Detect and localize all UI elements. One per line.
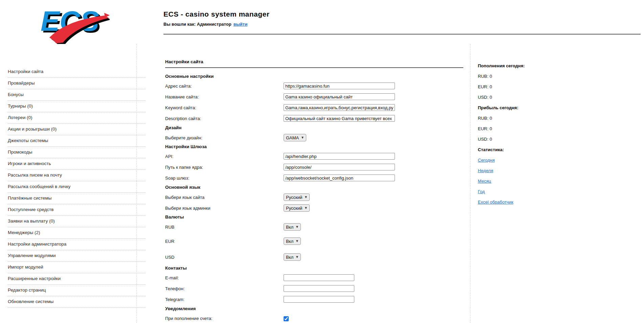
site-name-label: Название сайта: (165, 94, 284, 99)
stats-value: USD: 0 (478, 92, 623, 102)
sidebar-item[interactable]: Промокоды (8, 147, 146, 158)
section-heading: Дизайн (165, 125, 463, 131)
section-heading: Основные настройки (165, 73, 463, 79)
section-heading: Уведомления (165, 306, 463, 312)
telegram-input[interactable] (284, 296, 354, 303)
notify-on-deposit-row: При пополнение счета: (165, 315, 463, 322)
sidebar-item[interactable]: Управление модулями (8, 250, 146, 262)
currency-eur-label: EUR (165, 239, 284, 244)
stats-value: RUB: 0 (478, 113, 623, 123)
statistics-heading: Статистика: (478, 144, 623, 155)
core-folder-path-input[interactable] (284, 164, 395, 170)
sidebar-item[interactable]: Настройки сайта (8, 66, 146, 78)
sidebar-item[interactable]: Поступление средств (8, 204, 146, 216)
currency-rub-row: RUBВкл▼ (165, 223, 463, 231)
sidebar-item[interactable]: Игроки и активность (8, 158, 146, 170)
sidebar-item[interactable]: Импорт модулей (8, 262, 146, 273)
email-row: E-mail: (165, 274, 463, 281)
site-keywords-label: Keyword сайта: (165, 105, 284, 110)
sidebar-item[interactable]: Заявки на выплату (0) (8, 216, 146, 227)
logout-link[interactable]: выйти (234, 22, 247, 27)
main-settings-panel: Настройки сайта Основные настройкиАдрес … (136, 44, 470, 323)
sidebar-item[interactable]: Бонусы (8, 89, 146, 101)
email-label: E-mail: (165, 275, 284, 280)
soap-gateway-row: Soap шлюз: (165, 175, 463, 181)
sidebar-item[interactable]: Лотереи (0) (8, 112, 146, 124)
phone-label: Телефон: (165, 286, 284, 291)
design-row: Выберите дизайн:GAMA▼ (165, 134, 463, 141)
admin-language-label: Выбери язык админки (165, 206, 284, 211)
sidebar-item[interactable]: Расширенные настройки (8, 273, 146, 285)
stats-link[interactable]: Неделя (478, 168, 493, 173)
stats-link-line: Месяц (478, 176, 623, 186)
sidebar-item[interactable]: Провайдеры (8, 78, 146, 89)
notify-on-deposit-label: При пополнение счета: (165, 316, 284, 321)
sidebar-item[interactable]: Турниры (0) (8, 101, 146, 112)
title-rule (165, 67, 463, 68)
currency-rub-select-wrap: Вкл▼ (284, 223, 301, 231)
section-heading: Настройки Шлюза (165, 144, 463, 149)
stats-value: USD: 0 (478, 134, 623, 144)
stats-value: RUB: 0 (478, 71, 623, 82)
sidebar-item[interactable]: Настройки администратора (8, 239, 146, 250)
phone-row: Телефон: (165, 285, 463, 292)
sidebar-item[interactable]: Обновление системы (8, 296, 146, 308)
core-folder-path-row: Путь к папке ядра: (165, 164, 463, 170)
sidebar-item[interactable]: Рассылка писем на почту (8, 170, 146, 181)
api-path-input[interactable] (284, 153, 395, 160)
stats-value: EUR: 0 (478, 123, 623, 134)
notify-on-deposit-checkbox[interactable] (284, 316, 289, 321)
stats-link[interactable]: Сегодня (478, 158, 495, 163)
admin-language-select[interactable]: Русский (284, 204, 310, 212)
site-keywords-input[interactable] (284, 104, 395, 111)
section-heading: Валюты (165, 214, 463, 220)
site-name-row: Название сайта: (165, 93, 463, 100)
site-description-label: Description сайта: (165, 116, 284, 121)
design-select[interactable]: GAMA (284, 134, 306, 141)
stats-link-line: Excel обработчик (478, 197, 623, 207)
site-language-select[interactable]: Русский (284, 193, 310, 201)
currency-usd-label: USD (165, 255, 284, 260)
site-language-select-wrap: Русский▼ (284, 193, 310, 201)
page: ECS ECS ECS - casino system manager Вы в… (0, 0, 644, 323)
sidebar-item[interactable]: Акции и розыгрыши (0) (8, 124, 146, 135)
site-keywords-row: Keyword сайта: (165, 104, 463, 111)
currency-usd-select-wrap: Вкл▼ (284, 253, 301, 261)
stats-link[interactable]: Месяц (478, 179, 491, 184)
site-language-row: Выбери язык сайтаРусский▼ (165, 193, 463, 201)
api-path-row: API: (165, 153, 463, 160)
sidebar-item[interactable]: Редактор страниц (8, 285, 146, 296)
header-divider (163, 34, 641, 34)
site-name-input[interactable] (284, 93, 395, 100)
site-address-row: Адрес сайта: (165, 83, 463, 89)
site-description-input[interactable] (284, 115, 395, 122)
section-heading: Основной язык (165, 184, 463, 190)
design-label: Выберите дизайн: (165, 135, 284, 140)
phone-input[interactable] (284, 285, 354, 292)
stats-panel: Пополнения сегодня:RUB: 0EUR: 0USD: 0При… (478, 61, 623, 207)
sidebar-item[interactable]: Менеджеры (2) (8, 227, 146, 239)
currency-eur-select-wrap: Вкл▼ (284, 237, 301, 245)
stats-link[interactable]: Excel обработчик (478, 200, 513, 205)
soap-gateway-input[interactable] (284, 175, 395, 181)
site-description-row: Description сайта: (165, 115, 463, 122)
stats-block-heading: Пополнения сегодня: (478, 61, 623, 71)
currency-eur-select[interactable]: Вкл (284, 237, 301, 245)
admin-language-select-wrap: Русский▼ (284, 204, 310, 212)
stats-link-line: Год (478, 186, 623, 197)
site-address-input[interactable] (284, 83, 395, 89)
email-input[interactable] (284, 274, 354, 281)
app-title: ECS - casino system manager (163, 10, 269, 18)
ecs-logo: ECS ECS (38, 3, 110, 44)
stats-block-heading: Прибыль сегодня: (478, 102, 623, 113)
sidebar-item[interactable]: Платёжные системы (8, 193, 146, 204)
currency-usd-select[interactable]: Вкл (284, 253, 301, 261)
stats-link[interactable]: Год (478, 189, 485, 194)
currency-rub-select[interactable]: Вкл (284, 223, 301, 231)
sidebar-item[interactable]: Джекпоты системы (8, 135, 146, 147)
login-status-text: Вы вошли как: Администратор (163, 22, 231, 27)
telegram-row: Telegram: (165, 296, 463, 303)
sidebar-item[interactable]: Рассылка сообщений в личку (8, 181, 146, 193)
api-path-label: API: (165, 154, 284, 159)
page-title: Настройки сайта (165, 60, 463, 64)
